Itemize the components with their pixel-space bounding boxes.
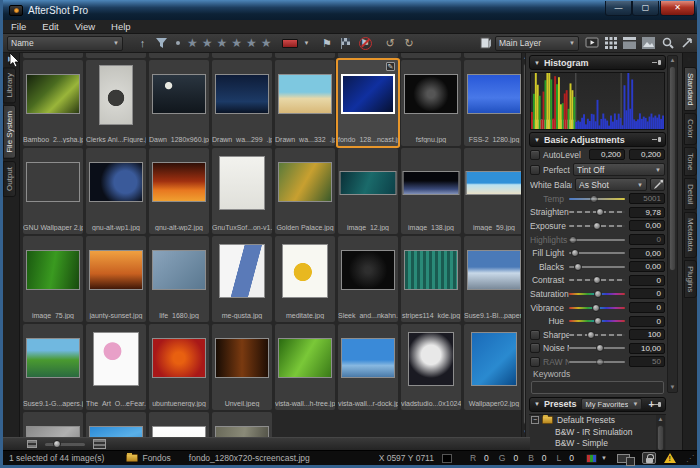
layer-dropdown[interactable]: Main Layer ▼	[495, 36, 579, 51]
preset-item-b-w-simple[interactable]: B&W - Simple	[529, 438, 666, 450]
hue-slider[interactable]	[569, 317, 625, 325]
slider-thumb[interactable]	[593, 222, 601, 230]
panel-tab-metadata[interactable]: Metadata	[684, 212, 697, 257]
browse-view-icon[interactable]	[622, 35, 637, 51]
hue-value[interactable]: 0	[629, 316, 665, 327]
panel-scrollbar[interactable]: ▲ ▼	[667, 55, 678, 393]
noise-ninja-slider[interactable]	[569, 344, 625, 352]
thumbnail-cell[interactable]	[86, 53, 146, 58]
exposure-slider[interactable]	[569, 222, 625, 230]
rotate-right-icon[interactable]: ↻	[402, 35, 417, 51]
fullscreen-icon[interactable]	[679, 35, 694, 51]
pin-icon[interactable]	[654, 401, 661, 408]
slideshow-icon[interactable]	[584, 35, 599, 51]
scroll-up-icon[interactable]: ▲	[668, 56, 677, 65]
panel-tab-detail[interactable]: Detail	[684, 178, 697, 210]
histogram-header[interactable]: ▼ Histogram	[529, 55, 666, 70]
resize-grip[interactable]: ⋰	[686, 454, 695, 463]
thumbnail-cell[interactable]: jaunty-sunset.jpg	[86, 236, 146, 322]
presets-scrollbar[interactable]: ▲	[656, 415, 665, 450]
star-icon[interactable]: ★	[246, 36, 257, 50]
pin-icon[interactable]	[652, 59, 661, 66]
slider-thumb[interactable]	[569, 236, 577, 244]
panel-tab-standard[interactable]: Standard	[684, 67, 697, 111]
thumbnail-cell[interactable]	[23, 53, 83, 58]
sharpening-slider[interactable]	[569, 331, 625, 339]
star-icon[interactable]: ★	[187, 36, 198, 50]
straighten-value[interactable]: 9,78	[629, 207, 665, 218]
slider-thumb[interactable]	[593, 276, 601, 284]
eyedropper-icon[interactable]	[650, 178, 665, 191]
panel-tab-color[interactable]: Color	[684, 113, 697, 144]
thumbnail-cell[interactable]: Golden Palace.jpg	[275, 148, 335, 234]
slider-thumb[interactable]	[592, 304, 600, 312]
flag-icon[interactable]: ⚑	[320, 35, 335, 51]
chevron-down-icon[interactable]: ▼	[601, 455, 607, 461]
sidebar-tab-output[interactable]: Output	[3, 161, 16, 197]
zoom-tool-icon[interactable]	[660, 35, 675, 51]
pin-icon[interactable]	[652, 136, 661, 143]
thumbnail-cell[interactable]: Drawn_wa...299_.jpg	[212, 60, 272, 146]
star-icon[interactable]: ★	[217, 36, 228, 50]
no-flag-icon[interactable]: ⚑	[358, 35, 373, 51]
noise-ninja-value[interactable]: 10,00	[629, 343, 665, 354]
raw-noise-checkbox[interactable]	[530, 357, 540, 367]
scroll-down-icon[interactable]: ▼	[668, 383, 677, 392]
highlights-slider[interactable]	[569, 236, 625, 244]
thumbnail-cell[interactable]: Drawn_wa...332_.jpg	[275, 60, 335, 146]
fill-light-value[interactable]: 0,00	[629, 248, 665, 259]
thumbnail-cell[interactable]: image_59.jpg	[464, 148, 521, 234]
autolevel-checkbox[interactable]	[530, 150, 540, 160]
saturation-slider[interactable]	[569, 290, 625, 298]
thumbnail-cell[interactable]: image_12.jpg	[338, 148, 398, 234]
thumbnail-cell[interactable]	[338, 53, 398, 58]
thumbnail-cell[interactable]: image_75.jpg	[23, 236, 83, 322]
star-icon[interactable]: ★	[261, 36, 272, 50]
menu-item-file[interactable]: File	[3, 21, 34, 32]
dual-monitor-icon[interactable]	[617, 454, 630, 463]
sidebar-tab-file-system[interactable]: File System	[3, 105, 16, 159]
temp-value[interactable]: 5001	[629, 193, 665, 204]
thumbnail-cell[interactable]: Unveil.jpeg	[212, 324, 272, 410]
white-balance-dropdown[interactable]: As Shot ▼	[575, 178, 647, 191]
sharpening-checkbox[interactable]	[530, 330, 540, 340]
color-label-chevron-icon[interactable]: ▼	[304, 40, 310, 46]
large-thumbnails-icon[interactable]	[93, 439, 106, 449]
contrast-slider[interactable]	[569, 276, 625, 284]
filter-icon[interactable]	[154, 35, 169, 51]
preset-item-b-w-ir-simulation[interactable]: B&W - IR Simulation	[529, 426, 666, 438]
sharpening-value[interactable]: 100	[629, 329, 665, 340]
keywords-input[interactable]	[531, 381, 664, 394]
panel-tab-tone[interactable]: Tone	[684, 147, 697, 176]
basic-adjustments-header[interactable]: ▼ Basic Adjustments	[529, 132, 666, 147]
thumbnail-cell[interactable]: gnu-alt-wp2.jpg	[149, 148, 209, 234]
thumbnail-cell[interactable]: ✎fondo_128...ncast.jpg	[338, 60, 398, 146]
thumbnail-cell[interactable]	[275, 53, 335, 58]
perfectly-clear-checkbox[interactable]	[530, 165, 540, 175]
thumbnail-cell[interactable]: Sleek_and...nkahn.jpg	[338, 236, 398, 322]
thumbnail-cell[interactable]: vista-wall...r-dock.jpg	[338, 324, 398, 410]
slider-thumb[interactable]	[590, 195, 598, 203]
minimize-button[interactable]: —	[605, 1, 632, 16]
panel-tab-plugins[interactable]: Plugins	[684, 260, 697, 298]
thumbnail-cell[interactable]: Wallpaper02.jpg	[464, 324, 521, 410]
multi-image-view-icon[interactable]	[603, 35, 618, 51]
slider-thumb[interactable]	[594, 290, 602, 298]
thumbnail-cell[interactable]: Suse9.1-Bl...papers.jpg	[464, 236, 521, 322]
thumbnail-cell[interactable]: meditate.jpg	[275, 236, 335, 322]
rating-zero-dot-icon[interactable]	[176, 41, 180, 45]
menu-item-help[interactable]: Help	[103, 21, 139, 32]
raw-noise-value[interactable]: 50	[629, 356, 665, 367]
tint-dropdown[interactable]: Tint Off ▼	[573, 163, 665, 176]
vibrance-slider[interactable]	[569, 304, 625, 312]
presets-collection-dropdown[interactable]: My Favorites ▼	[581, 398, 642, 410]
lock-icon[interactable]	[642, 452, 656, 464]
star-icon[interactable]: ★	[202, 36, 213, 50]
rotate-left-icon[interactable]: ↺	[383, 35, 398, 51]
slider-thumb[interactable]	[594, 317, 602, 325]
thumbnail-cell[interactable]: stripes114_kde.jpg	[401, 236, 461, 322]
thumbnail-cell[interactable]: me-gusta.jpg	[212, 236, 272, 322]
close-button[interactable]: ✕	[660, 1, 695, 16]
thumbnail-cell[interactable]	[464, 53, 521, 58]
slider-thumb[interactable]	[571, 249, 579, 257]
